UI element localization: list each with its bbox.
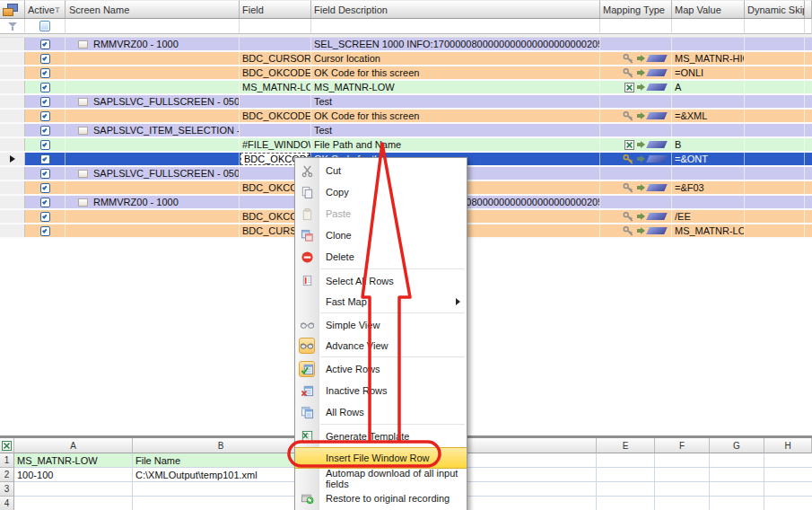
key-icon <box>623 110 634 122</box>
excel-icon <box>2 441 12 451</box>
sheet-cell-a1[interactable]: MS_MATNR-LOW <box>14 453 133 468</box>
menu-item-restore-original[interactable]: Restore to original recording <box>295 488 467 508</box>
active-checkbox[interactable] <box>40 154 50 164</box>
sheet-cell-b1[interactable]: File Name <box>133 453 310 468</box>
grid-row-field[interactable]: BDC_CURSOR Cursor location MS_MATNR-HIGH <box>0 52 812 66</box>
grid-row-field[interactable]: MS_MATNR-LOW MS_MATNR-LOW A <box>0 81 812 95</box>
collapse-box-icon[interactable] <box>78 127 88 135</box>
menu-item-automap-download[interactable]: Automap download of all input fields <box>295 469 467 488</box>
filter-active-cell[interactable] <box>25 19 65 34</box>
sheet-row-header[interactable]: 2 <box>0 468 14 482</box>
active-checkbox[interactable] <box>40 40 50 49</box>
all-rows-icon <box>299 404 315 420</box>
excel-template-icon <box>299 428 315 444</box>
sheet-row-header[interactable]: 1 <box>0 453 14 468</box>
collapse-box-icon[interactable] <box>78 40 88 48</box>
screen-field-icon <box>646 55 668 62</box>
active-rows-icon <box>299 361 315 377</box>
arrow-icon <box>637 213 645 220</box>
sheet-row-header[interactable]: 3 <box>0 482 14 497</box>
menu-item-cut[interactable]: Cut <box>295 160 467 181</box>
sheet-col-header[interactable]: E <box>597 438 655 453</box>
menu-item-generate-template[interactable]: Generate Template <box>295 426 467 447</box>
collapse-box-icon[interactable] <box>78 98 88 106</box>
column-header-mapping-type[interactable]: Mapping Type <box>600 0 672 19</box>
active-checkbox[interactable] <box>40 198 50 207</box>
menu-item-fast-map[interactable]: Fast Map <box>295 291 467 312</box>
filter-screen-cell[interactable] <box>65 19 240 34</box>
window-panel-icon <box>3 4 18 16</box>
grid-row-field[interactable]: #FILE_WINDOW# File Path and Name B <box>0 138 812 153</box>
paste-icon <box>299 206 315 222</box>
menu-item-select-all-rows[interactable]: Select All Rows <box>295 270 467 291</box>
sheet-col-header[interactable]: B <box>133 438 310 453</box>
menu-item-simple-view[interactable]: Simple View <box>295 314 467 335</box>
screen-field-icon <box>646 84 668 91</box>
filter-row-indicator[interactable] <box>0 19 25 34</box>
grid-corner-cell[interactable] <box>0 0 25 19</box>
menu-item-clone[interactable]: Clone <box>295 224 467 246</box>
active-checkbox[interactable] <box>40 226 50 236</box>
sheet-cell-b2[interactable]: C:\XMLOutput\temp101.xml <box>133 468 310 482</box>
arrow-icon <box>637 112 645 119</box>
active-checkbox[interactable] <box>40 111 50 121</box>
submenu-arrow-icon <box>456 298 460 305</box>
menu-item-advance-view[interactable]: Advance View <box>295 335 467 356</box>
grid-row-field[interactable]: BDC_OKCODE OK Code for this screen =&XML <box>0 110 812 124</box>
menu-separator <box>320 424 465 425</box>
key-icon <box>623 67 634 79</box>
active-checkbox[interactable] <box>40 169 50 179</box>
excel-icon <box>624 83 634 92</box>
arrow-icon <box>637 141 645 148</box>
column-header-map-value[interactable]: Map Value <box>672 0 745 19</box>
active-checkbox[interactable] <box>40 126 50 136</box>
menu-item-active-rows[interactable]: Active Rows <box>295 358 467 380</box>
grid-row-screen[interactable]: SAPLSLVC_ITEM_SELECTION - 0500 Test <box>0 124 812 138</box>
menu-item-copy[interactable]: Copy <box>295 181 467 203</box>
menu-item-paste[interactable]: Paste <box>295 203 467 224</box>
sheet-col-header[interactable]: H <box>764 438 812 453</box>
menu-item-all-rows[interactable]: All Rows <box>295 401 467 423</box>
grid-row-field[interactable]: BDC_OKCODE OK Code for this screen =ONLI <box>0 66 812 81</box>
active-checkbox[interactable] <box>40 212 50 222</box>
key-icon <box>623 211 634 223</box>
column-header-field-description[interactable]: Field Description <box>311 0 600 19</box>
cut-icon <box>299 163 315 179</box>
column-header-active[interactable]: Active <box>25 0 65 19</box>
filter-skip-cell[interactable] <box>745 19 805 34</box>
menu-item-inactive-rows[interactable]: Inactive Rows <box>295 380 467 401</box>
active-checkbox[interactable] <box>40 54 50 64</box>
column-header-field[interactable]: Field <box>240 0 311 19</box>
context-menu: Cut Copy Paste Clone Delete Select All R… <box>294 157 467 510</box>
column-header-dynamic-skip[interactable]: Dynamic Skip <box>745 0 805 19</box>
sheet-col-header[interactable]: G <box>710 438 764 453</box>
sheet-row-header[interactable]: 4 <box>0 497 14 510</box>
menu-item-delete[interactable]: Delete <box>295 246 467 268</box>
key-icon-gold <box>623 154 634 165</box>
active-checkbox[interactable] <box>40 183 50 193</box>
screen-field-icon <box>646 69 668 76</box>
column-header-screen-name[interactable]: Screen Name <box>65 0 240 19</box>
filter-desc-cell[interactable] <box>311 19 600 34</box>
collapse-box-icon[interactable] <box>78 170 88 178</box>
filter-map-cell[interactable] <box>600 19 672 34</box>
sheet-cell-a2[interactable]: 100-100 <box>14 468 133 482</box>
sheet-col-header[interactable]: A <box>14 438 133 453</box>
menu-item-insert-file-window-row[interactable]: Insert File Window Row <box>295 447 467 469</box>
active-checkbox[interactable] <box>40 140 50 150</box>
collapse-box-icon[interactable] <box>78 198 88 207</box>
sheet-corner-cell[interactable] <box>0 438 14 453</box>
menu-separator <box>320 268 465 269</box>
sheet-col-header[interactable]: F <box>655 438 710 453</box>
grid-row-screen[interactable]: SAPLSLVC_FULLSCREEN - 0500 Test <box>0 95 812 110</box>
filter-field-cell[interactable] <box>240 19 311 34</box>
filter-value-cell[interactable] <box>672 19 745 34</box>
active-checkbox[interactable] <box>40 68 50 78</box>
restore-icon <box>299 490 315 506</box>
arrow-icon <box>637 184 645 191</box>
active-checkbox[interactable] <box>40 83 50 92</box>
grid-header: Active Screen Name Field Field Descripti… <box>0 0 812 19</box>
glasses-icon <box>299 317 315 333</box>
grid-row-screen[interactable]: RMMVRZ00 - 1000 SEL_SCREEN 1000 INFO:170… <box>0 38 812 52</box>
active-checkbox[interactable] <box>40 97 50 107</box>
